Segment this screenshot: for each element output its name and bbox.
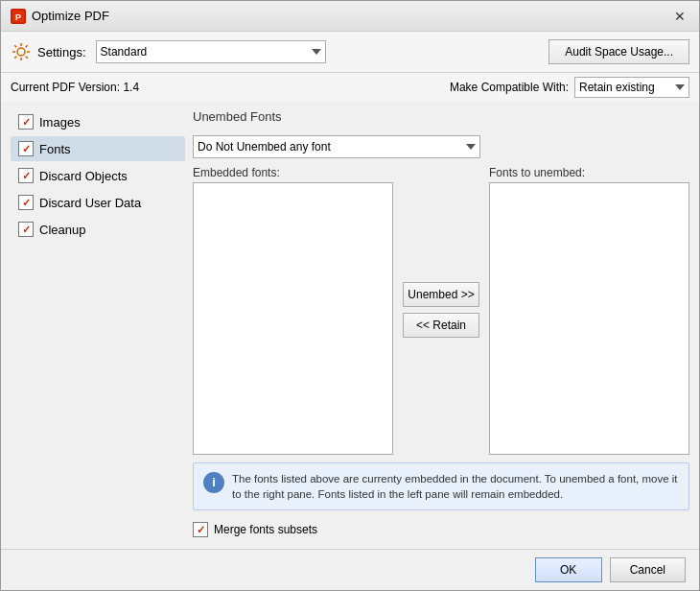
title-bar: P Optimize PDF ✕ xyxy=(1,1,699,32)
unembed-button[interactable]: Unembed >> xyxy=(403,282,479,307)
audit-button[interactable]: Audit Space Usage... xyxy=(548,39,689,64)
sidebar-item-cleanup[interactable]: Cleanup xyxy=(11,217,185,242)
content-area: Images Fonts Discard Objects Discard Use… xyxy=(1,102,699,549)
merge-row: Merge fonts subsets xyxy=(193,518,689,541)
discard-user-data-label: Discard User Data xyxy=(39,196,141,210)
title-bar-left: P Optimize PDF xyxy=(11,9,109,24)
discard-objects-checkbox[interactable] xyxy=(18,168,34,183)
font-dropdown[interactable]: Do Not Unembed any font xyxy=(193,135,480,158)
embedded-fonts-label: Embedded fonts: xyxy=(193,166,393,179)
dialog: P Optimize PDF ✕ Settings: Standard Audi… xyxy=(0,0,700,591)
cleanup-checkbox[interactable] xyxy=(18,222,34,237)
fonts-checkbox[interactable] xyxy=(18,141,34,156)
embedded-fonts-listbox[interactable] xyxy=(193,182,393,455)
info-box: i The fonts listed above are currenty em… xyxy=(193,462,689,510)
settings-dropdown[interactable]: Standard xyxy=(96,40,326,63)
images-checkbox[interactable] xyxy=(18,114,34,130)
fonts-to-unembed-container: Fonts to unembed: xyxy=(489,166,689,455)
svg-point-2 xyxy=(17,48,25,56)
section-title: Unembed Fonts xyxy=(193,109,689,124)
toolbar-row: Settings: Standard Audit Space Usage... xyxy=(1,32,699,73)
ok-button[interactable]: OK xyxy=(535,557,602,582)
sidebar-item-images[interactable]: Images xyxy=(11,109,185,134)
info-icon: i xyxy=(203,472,224,493)
footer: OK Cancel xyxy=(1,549,699,590)
compat-group: Make Compatible With: Retain existing xyxy=(450,77,689,98)
pdf-version-label: Current PDF Version: xyxy=(11,81,120,94)
left-nav-panel: Images Fonts Discard Objects Discard Use… xyxy=(11,109,193,541)
sidebar-item-discard-user-data[interactable]: Discard User Data xyxy=(11,190,185,215)
discard-user-data-checkbox[interactable] xyxy=(18,195,34,210)
sidebar-item-fonts[interactable]: Fonts xyxy=(11,136,185,161)
font-action-buttons: Unembed >> << Retain xyxy=(393,166,489,455)
font-lists-area: Embedded fonts: Unembed >> << Retain Fon… xyxy=(193,166,689,455)
right-panel: Unembed Fonts Do Not Unembed any font Em… xyxy=(193,109,689,541)
cleanup-label: Cleanup xyxy=(39,223,85,237)
settings-label-group: Settings: xyxy=(11,41,86,62)
app-icon: P xyxy=(11,9,26,24)
close-button[interactable]: ✕ xyxy=(670,7,689,26)
svg-text:P: P xyxy=(15,12,21,22)
settings-text: Settings: xyxy=(37,45,86,59)
font-dropdown-row: Do Not Unembed any font xyxy=(193,135,689,158)
cancel-button[interactable]: Cancel xyxy=(610,557,686,582)
merge-checkbox[interactable] xyxy=(193,522,208,537)
pdf-version-value: 1.4 xyxy=(123,81,139,94)
sidebar-item-discard-objects[interactable]: Discard Objects xyxy=(11,163,185,188)
discard-objects-label: Discard Objects xyxy=(39,169,128,183)
settings-icon xyxy=(11,41,32,62)
embedded-fonts-container: Embedded fonts: xyxy=(193,166,393,455)
info-row: Current PDF Version: 1.4 Make Compatible… xyxy=(1,73,699,102)
info-text: The fonts listed above are currenty embe… xyxy=(232,471,679,502)
compat-label: Make Compatible With: xyxy=(450,81,569,94)
compat-dropdown[interactable]: Retain existing xyxy=(574,77,689,98)
images-label: Images xyxy=(39,115,81,130)
retain-button[interactable]: << Retain xyxy=(403,313,479,338)
fonts-label: Fonts xyxy=(39,142,71,156)
pdf-version-info: Current PDF Version: 1.4 xyxy=(11,81,139,94)
dialog-title: Optimize PDF xyxy=(32,9,109,23)
merge-label: Merge fonts subsets xyxy=(214,523,317,536)
fonts-to-unembed-label: Fonts to unembed: xyxy=(489,166,689,179)
fonts-to-unembed-listbox[interactable] xyxy=(489,182,689,455)
